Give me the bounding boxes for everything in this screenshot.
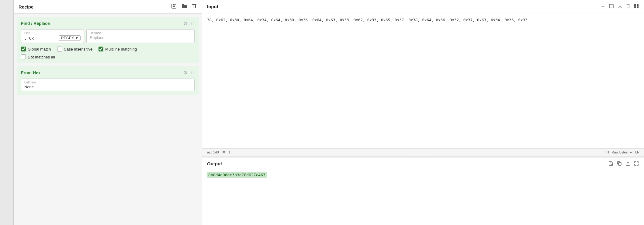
global-match-checkbox[interactable] (21, 47, 26, 51)
checkbox-row-1: Global match Case insensitive Multiline … (21, 47, 195, 51)
svg-rect-5 (618, 163, 621, 165)
lines-icon: ≡ (223, 150, 225, 155)
from-hex-pause-icon: ⏸ (190, 70, 195, 75)
output-copy-button[interactable] (617, 161, 622, 166)
regex-arrow: ▼ (75, 36, 78, 40)
grid-icon (634, 4, 639, 9)
find-label: Find (24, 31, 81, 35)
case-insensitive-label: Case insensitive (64, 47, 93, 51)
find-box: Find , 0x REGEX ▼ (21, 29, 84, 43)
recipe-panel: Recipe (14, 0, 202, 225)
svg-rect-1 (634, 4, 636, 6)
delimiter-value[interactable]: None (24, 85, 34, 89)
find-replace-row: Find , 0x REGEX ▼ Replace Replace (21, 29, 195, 43)
lf-label: LF (635, 150, 639, 154)
pause-icon: ⏸ (190, 21, 195, 26)
lf-arrow-icon: ↵ (630, 150, 633, 154)
window-icon (609, 4, 614, 9)
folder-icon (182, 4, 187, 9)
recipe-delete-button[interactable] (192, 3, 197, 10)
output-content: 8b0d4d96dc3b3e78d627c463 (202, 169, 644, 225)
delimiter-label: Delimiter (24, 81, 191, 84)
status-asc: asc 140 (207, 150, 219, 154)
input-header: Input + (202, 0, 644, 13)
delimiter-box: Delimiter None (21, 79, 195, 91)
load-icon (618, 4, 622, 9)
output-value: 8b0d4d96dc3b3e78d627c463 (207, 172, 267, 178)
dot-matches-checkbox[interactable] (21, 54, 26, 59)
replace-label: Replace (90, 31, 191, 35)
multiline-checkbox-item[interactable]: Multiline matching (99, 47, 137, 51)
recipe-title: Recipe (19, 4, 33, 9)
from-hex-header: From Hex ⊘ ⏸ (21, 70, 195, 76)
regex-button[interactable]: REGEX ▼ (59, 35, 81, 41)
output-header-icons (608, 161, 639, 166)
input-content[interactable]: 38, 0x62, 0x30, 0x64, 0x34, 0x64, 0x39, … (202, 13, 644, 148)
input-header-icons: + (601, 2, 639, 11)
case-insensitive-checkbox[interactable] (57, 47, 62, 51)
status-right: Tr Raw Bytes ↵ LF (606, 150, 639, 154)
find-replace-card: Find / Replace ⊘ ⏸ Find , 0x REGEX ▼ Rep… (17, 17, 199, 63)
from-hex-disable-icon: ⊘ (183, 70, 187, 76)
from-hex-card: From Hex ⊘ ⏸ Delimiter None (17, 66, 199, 95)
multiline-label: Multiline matching (105, 47, 137, 51)
from-hex-title: From Hex (21, 70, 41, 75)
multiline-checkbox[interactable] (99, 47, 103, 51)
find-replace-title: Find / Replace (21, 21, 50, 26)
recipe-save-button[interactable] (171, 3, 177, 10)
status-left: asc 140 ≡ 1 (207, 150, 230, 155)
global-match-checkbox-item[interactable]: Global match (21, 47, 51, 51)
svg-rect-3 (634, 6, 636, 8)
main-content: Input + (202, 0, 644, 225)
svg-rect-0 (609, 4, 613, 8)
output-expand-button[interactable] (634, 161, 639, 166)
recipe-open-button[interactable] (181, 3, 187, 10)
global-match-label: Global match (28, 47, 51, 51)
find-value[interactable]: , 0x (24, 36, 34, 40)
input-trash-icon (626, 4, 630, 9)
find-replace-header-icons: ⊘ ⏸ (183, 20, 195, 26)
output-header: Output (202, 158, 644, 169)
save-icon (171, 4, 176, 10)
svg-rect-4 (637, 6, 639, 8)
raw-bytes-label: Raw Bytes (612, 150, 628, 154)
svg-rect-2 (637, 4, 639, 6)
disable-icon: ⊘ (183, 20, 187, 26)
output-section: Output (202, 158, 644, 225)
input-window-button[interactable] (608, 3, 614, 10)
recipe-header: Recipe (14, 0, 202, 14)
find-replace-header: Find / Replace ⊘ ⏸ (21, 20, 195, 26)
input-add-button[interactable]: + (601, 2, 605, 11)
checkbox-row-2: Dot matches all (21, 54, 195, 59)
input-delete-button[interactable] (626, 3, 631, 10)
status-lines: 1 (229, 150, 230, 154)
input-load-button[interactable] (617, 3, 623, 10)
case-insensitive-checkbox-item[interactable]: Case insensitive (57, 47, 93, 51)
input-grid-button[interactable] (634, 3, 639, 10)
dot-matches-label: Dot matches all (28, 55, 55, 59)
output-upload-button[interactable] (625, 161, 631, 166)
plus-icon: + (601, 3, 605, 10)
input-title: Input (207, 4, 218, 9)
find-input-row: , 0x REGEX ▼ (24, 35, 81, 41)
sidebar-left (0, 0, 14, 225)
output-save-button[interactable] (608, 161, 614, 166)
input-section: Input + (202, 0, 644, 156)
trash-icon (192, 4, 196, 10)
regex-label: REGEX (61, 36, 74, 40)
text-icon: Tr (606, 150, 609, 154)
replace-value[interactable]: Replace (90, 35, 104, 40)
from-hex-header-icons: ⊘ ⏸ (183, 70, 195, 76)
recipe-header-icons (171, 3, 197, 10)
status-bar: asc 140 ≡ 1 Tr Raw Bytes ↵ LF (202, 148, 644, 156)
dot-matches-checkbox-item[interactable]: Dot matches all (21, 54, 55, 59)
output-title: Output (207, 161, 222, 166)
replace-box: Replace Replace (86, 29, 195, 43)
